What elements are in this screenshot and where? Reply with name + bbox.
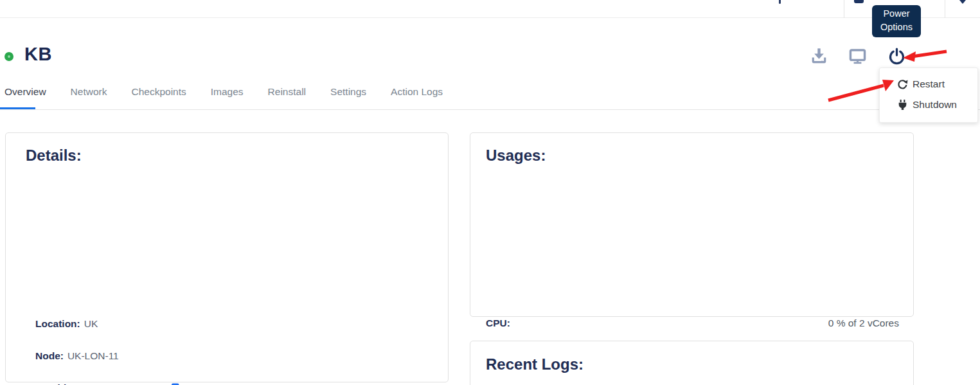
detail-row-ip-address: IP Address: 185.16.204.218 bbox=[35, 381, 180, 385]
copy-icon[interactable] bbox=[168, 382, 180, 385]
tab-settings[interactable]: Settings bbox=[330, 86, 366, 98]
detail-value: 185.16.204.218 bbox=[94, 382, 163, 385]
tab-reinstall[interactable]: Reinstall bbox=[268, 86, 306, 98]
menu-item-label: Restart bbox=[913, 78, 945, 90]
tab-bar: Overview Network Checkpoints Images Rein… bbox=[4, 86, 443, 98]
console-icon[interactable] bbox=[849, 48, 866, 65]
tabs-divider bbox=[0, 109, 980, 110]
topbar-cropped-chevron-icon bbox=[959, 0, 966, 4]
recent-logs-title: Recent Logs: bbox=[486, 355, 584, 373]
recent-logs-panel: Recent Logs: bbox=[470, 341, 914, 385]
detail-label: Node: bbox=[35, 350, 64, 362]
tab-checkpoints[interactable]: Checkpoints bbox=[131, 86, 186, 98]
menu-item-shutdown[interactable]: Shutdown bbox=[880, 94, 977, 115]
topbar bbox=[0, 0, 980, 18]
details-rows: Location: UK Node: UK-LON-11 IP Address:… bbox=[35, 317, 180, 385]
menu-item-restart[interactable]: Restart bbox=[880, 74, 977, 94]
tab-overview[interactable]: Overview bbox=[4, 86, 46, 98]
details-panel: Details: Location: UK Node: UK-LON-11 IP… bbox=[5, 132, 449, 382]
topbar-cropped-icon bbox=[779, 0, 781, 4]
power-icon[interactable] bbox=[888, 48, 905, 65]
details-title: Details: bbox=[26, 147, 82, 165]
download-icon[interactable] bbox=[810, 48, 828, 65]
power-options-tooltip: Power Options bbox=[872, 5, 921, 37]
tab-action-logs[interactable]: Action Logs bbox=[391, 86, 443, 98]
topbar-divider bbox=[945, 0, 945, 18]
meter-value: 0 % of 2 vCores bbox=[828, 318, 899, 329]
usages-panel: Usages: CPU: 0 % of 2 vCores RAM: 0 MB /… bbox=[470, 132, 914, 317]
topbar-divider bbox=[844, 0, 844, 18]
usages-title: Usages: bbox=[486, 147, 546, 165]
detail-value: UK bbox=[84, 318, 98, 330]
menu-item-label: Shutdown bbox=[913, 99, 957, 111]
server-status-dot bbox=[4, 52, 13, 61]
tab-network[interactable]: Network bbox=[71, 86, 107, 98]
page-title: KB bbox=[24, 44, 52, 65]
detail-row-location: Location: UK bbox=[35, 317, 180, 331]
shutdown-plug-icon bbox=[897, 100, 908, 111]
detail-label: IP Address: bbox=[35, 382, 90, 385]
topbar-cropped-wallet-icon bbox=[854, 0, 864, 3]
annotation-arrow-to-power-icon bbox=[902, 46, 949, 64]
detail-value: UK-LON-11 bbox=[67, 350, 119, 362]
tab-images[interactable]: Images bbox=[211, 86, 244, 98]
power-options-menu: Restart Shutdown bbox=[879, 67, 978, 123]
detail-label: Location: bbox=[35, 318, 80, 330]
detail-row-node: Node: UK-LON-11 bbox=[35, 349, 180, 363]
restart-icon bbox=[897, 79, 908, 90]
meter-label: CPU: bbox=[486, 318, 510, 329]
